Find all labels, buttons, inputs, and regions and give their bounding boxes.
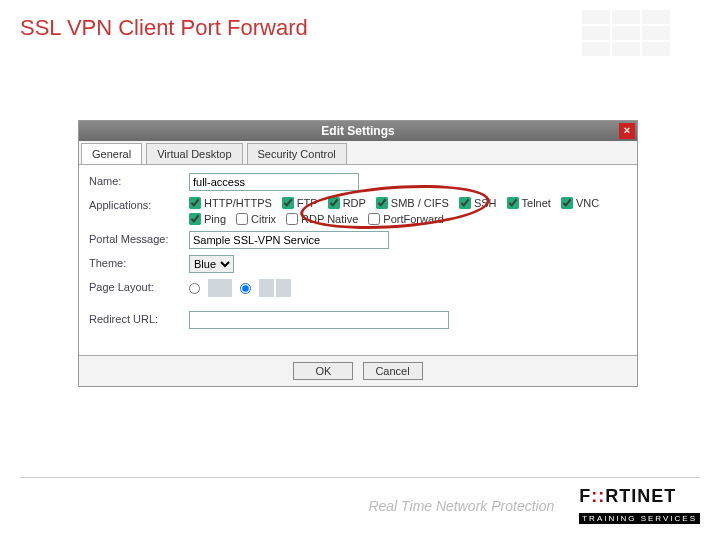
label-page-layout: Page Layout: — [89, 279, 189, 293]
app-smb-cifs[interactable]: SMB / CIFS — [376, 197, 449, 209]
app-rdp-native[interactable]: RDP Native — [286, 213, 358, 225]
edit-settings-dialog: Edit Settings × General Virtual Desktop … — [78, 120, 638, 387]
app-citrix[interactable]: Citrix — [236, 213, 276, 225]
close-icon[interactable]: × — [619, 123, 635, 139]
page-layout-double-radio[interactable] — [240, 283, 251, 294]
app-telnet[interactable]: Telnet — [507, 197, 551, 209]
dialog-form: Name: Applications: HTTP/HTTPS FTP RDP S… — [79, 165, 637, 355]
tab-general[interactable]: General — [81, 143, 142, 164]
layout-single-icon — [208, 279, 232, 297]
app-vnc[interactable]: VNC — [561, 197, 599, 209]
app-label: PortForward — [383, 213, 444, 225]
app-ftp[interactable]: FTP — [282, 197, 318, 209]
name-input[interactable] — [189, 173, 359, 191]
portal-message-input[interactable] — [189, 231, 389, 249]
app-label: SSH — [474, 197, 497, 209]
theme-select[interactable]: Blue — [189, 255, 234, 273]
tab-security-control[interactable]: Security Control — [247, 143, 347, 164]
app-ssh[interactable]: SSH — [459, 197, 497, 209]
app-label: VNC — [576, 197, 599, 209]
app-ping[interactable]: Ping — [189, 213, 226, 225]
label-portal-message: Portal Message: — [89, 231, 189, 245]
label-theme: Theme: — [89, 255, 189, 269]
layout-double-icon — [259, 279, 289, 297]
app-label: FTP — [297, 197, 318, 209]
dialog-footer: OK Cancel — [79, 355, 637, 386]
app-rdp[interactable]: RDP — [328, 197, 366, 209]
page-footer: Real Time Network Protection F::RTINET T… — [20, 477, 700, 525]
tagline: Real Time Network Protection — [368, 498, 554, 514]
dialog-title-bar: Edit Settings × — [79, 121, 637, 141]
app-label: RDP Native — [301, 213, 358, 225]
brand-logo: F::RTINET TRAINING SERVICES — [579, 486, 700, 525]
ok-button[interactable]: OK — [293, 362, 353, 380]
page-title: SSL VPN Client Port Forward — [20, 15, 308, 41]
dialog-tabs: General Virtual Desktop Security Control — [79, 141, 637, 165]
app-label: RDP — [343, 197, 366, 209]
app-label: SMB / CIFS — [391, 197, 449, 209]
app-portforward[interactable]: PortForward — [368, 213, 444, 225]
dialog-title: Edit Settings — [321, 124, 394, 138]
redirect-url-input[interactable] — [189, 311, 449, 329]
label-name: Name: — [89, 173, 189, 187]
label-redirect-url: Redirect URL: — [89, 311, 189, 325]
tab-virtual-desktop[interactable]: Virtual Desktop — [146, 143, 242, 164]
cancel-button[interactable]: Cancel — [363, 362, 423, 380]
decorative-grid — [582, 10, 670, 56]
app-http-https[interactable]: HTTP/HTTPS — [189, 197, 272, 209]
page-layout-single-radio[interactable] — [189, 283, 200, 294]
applications-group: HTTP/HTTPS FTP RDP SMB / CIFS SSH Telnet… — [189, 197, 627, 225]
app-label: HTTP/HTTPS — [204, 197, 272, 209]
app-label: Ping — [204, 213, 226, 225]
app-label: Citrix — [251, 213, 276, 225]
label-applications: Applications: — [89, 197, 189, 211]
app-label: Telnet — [522, 197, 551, 209]
